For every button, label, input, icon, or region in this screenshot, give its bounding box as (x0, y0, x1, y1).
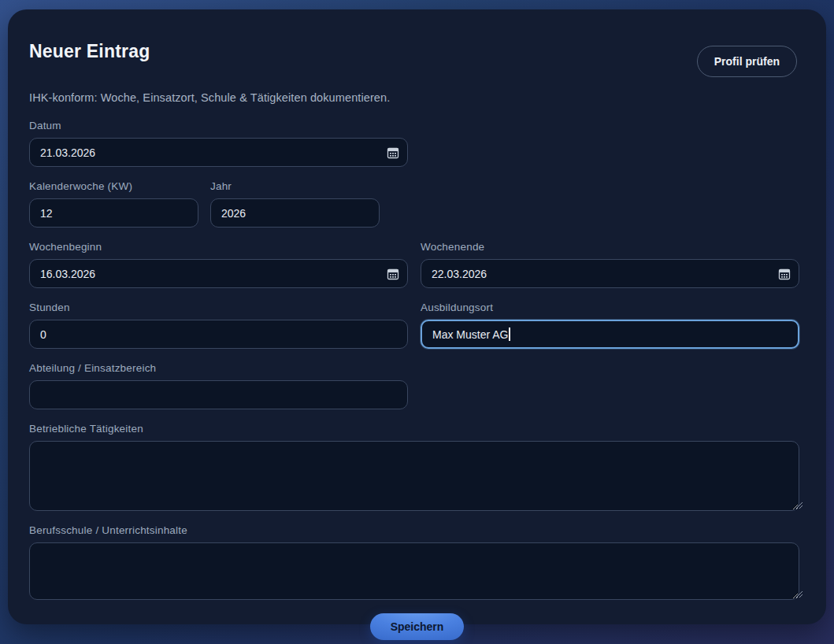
abteilung-input[interactable] (29, 380, 408, 409)
save-row: Speichern (29, 613, 805, 640)
field-stunden: Stunden (29, 302, 408, 349)
datum-label: Datum (29, 120, 408, 131)
ausbildungsort-value: Max Muster AG (432, 328, 508, 341)
field-taetigkeiten: Betriebliche Tätigkeiten (29, 423, 805, 511)
wochenbeginn-label: Wochenbeginn (29, 241, 408, 253)
field-jahr: Jahr (210, 180, 380, 228)
field-row-hours-location: Stunden Ausbildungsort Max Muster AG (29, 302, 805, 349)
kalenderwoche-input[interactable] (29, 198, 198, 228)
page-title: Neuer Eintrag (29, 41, 150, 62)
taetigkeiten-textarea[interactable] (29, 441, 799, 511)
field-abteilung: Abteilung / Einsatzbereich (29, 362, 408, 409)
field-ausbildungsort: Ausbildungsort Max Muster AG (421, 302, 799, 349)
kalenderwoche-label: Kalenderwoche (KW) (29, 180, 198, 192)
text-caret (509, 328, 510, 341)
abteilung-label: Abteilung / Einsatzbereich (29, 362, 408, 374)
field-berufsschule: Berufsschule / Unterrichtsinhalte (29, 524, 805, 600)
ausbildungsort-input[interactable]: Max Muster AG (421, 320, 799, 349)
berufsschule-textarea[interactable] (29, 542, 799, 600)
taetigkeiten-label: Betriebliche Tätigkeiten (29, 423, 805, 435)
wochenbeginn-input[interactable] (29, 259, 408, 288)
stunden-label: Stunden (29, 302, 408, 313)
field-wochenbeginn: Wochenbeginn (29, 241, 408, 288)
calendar-icon[interactable] (387, 146, 399, 159)
calendar-icon[interactable] (387, 268, 399, 280)
field-wochenende: Wochenende (421, 241, 799, 288)
field-row-kw-jahr: Kalenderwoche (KW) Jahr (29, 180, 805, 228)
berufsschule-label: Berufsschule / Unterrichtsinhalte (29, 524, 805, 536)
field-kalenderwoche: Kalenderwoche (KW) (29, 180, 198, 228)
jahr-input[interactable] (210, 198, 380, 228)
page-subtitle: IHK-konform: Woche, Einsatzort, Schule &… (29, 91, 805, 104)
stunden-input[interactable] (29, 320, 408, 349)
field-row-week: Wochenbeginn Wochenende (29, 241, 805, 288)
calendar-icon[interactable] (778, 268, 791, 280)
wochenende-label: Wochenende (421, 241, 799, 253)
ausbildungsort-label: Ausbildungsort (421, 302, 799, 313)
datum-input[interactable] (29, 138, 408, 167)
card-header: Neuer Eintrag Profil prüfen (29, 41, 805, 77)
save-button[interactable]: Speichern (370, 613, 465, 640)
field-datum: Datum (29, 120, 408, 167)
new-entry-card: Neuer Eintrag Profil prüfen IHK-konform:… (8, 9, 826, 624)
check-profile-button[interactable]: Profil prüfen (697, 46, 797, 77)
wochenende-input[interactable] (421, 259, 799, 288)
jahr-label: Jahr (210, 180, 380, 192)
